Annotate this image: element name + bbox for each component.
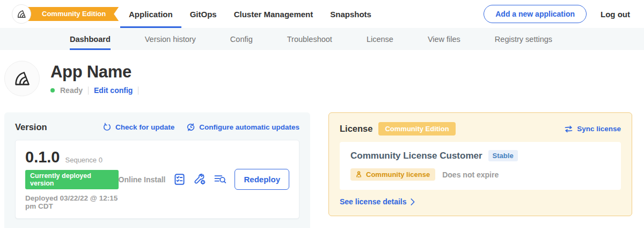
sync-arrows-icon [564, 125, 573, 133]
expiration-text: Does not expire [442, 170, 499, 179]
chevron-right-icon [411, 198, 415, 205]
community-edition-badge: Community Edition [378, 122, 455, 136]
app-header-text: App Name Ready Edit config [50, 62, 138, 95]
version-card-header: Version Check for update [15, 122, 299, 132]
tab-version-history[interactable]: Version history [145, 28, 196, 50]
status-label: Ready [60, 86, 83, 95]
app-header: App Name Ready Edit config [0, 50, 644, 96]
configure-automatic-updates-link[interactable]: Configure automatic updates [186, 123, 299, 132]
version-card: Version Check for update [4, 112, 310, 228]
logout-link[interactable]: Log out [601, 10, 630, 19]
license-card-title: License [340, 124, 372, 134]
schedule-update-icon [186, 123, 195, 132]
community-edition-ribbon: Community Edition [21, 7, 119, 21]
topnav-right-actions: Add a new application Log out [484, 5, 644, 23]
person-icon [356, 171, 363, 178]
replicated-logo [12, 4, 31, 24]
nav-item-cluster-management[interactable]: Cluster Management [225, 0, 322, 28]
status-dot [50, 88, 55, 92]
page-title: App Name [50, 62, 138, 82]
config-tools-icon[interactable] [194, 173, 206, 186]
check-for-update-link[interactable]: Check for update [103, 123, 174, 132]
license-card-header: License Community Edition Sync license [340, 122, 621, 136]
app-avatar [4, 61, 40, 96]
see-license-details-link[interactable]: See license details [340, 197, 621, 206]
redeploy-button[interactable]: Redeploy [235, 169, 289, 190]
version-number-row: 0.1.0 Sequence 0 [25, 148, 119, 166]
version-card-actions: Check for update Configure automatic upd… [103, 123, 299, 132]
license-details-panel: Community License Customer Stable Commun… [340, 142, 621, 190]
deploy-logs-icon[interactable] [214, 173, 226, 186]
refresh-icon [103, 123, 112, 132]
nav-item-application[interactable]: Application [120, 0, 181, 28]
primary-nav: Application GitOps Cluster Management Sn… [120, 0, 380, 28]
preflight-checks-icon[interactable] [173, 173, 186, 186]
divider [88, 87, 89, 95]
version-card-title: Version [15, 122, 47, 132]
version-action-buttons: Online Install [119, 169, 289, 190]
customer-row: Community License Customer Stable [350, 150, 610, 161]
customer-name: Community License Customer [350, 151, 482, 161]
app-subnav: Dashboard Version history Config Trouble… [0, 28, 644, 50]
app-status-row: Ready Edit config [50, 86, 138, 95]
currently-deployed-badge: Currently deployed version [25, 170, 119, 189]
channel-badge: Stable [488, 150, 518, 161]
tab-troubleshoot[interactable]: Troubleshoot [287, 28, 332, 50]
deployed-timestamp: Deployed 03/22/22 @ 12:15 pm CDT [25, 194, 119, 210]
nav-item-snapshots[interactable]: Snapshots [321, 0, 380, 28]
app-logo-icon [12, 69, 32, 88]
install-type-label: Online Install [119, 175, 166, 184]
brand-logo-group: Community Edition [12, 3, 97, 25]
license-card: License Community Edition Sync license C… [328, 112, 632, 216]
community-license-badge: Community license [350, 168, 435, 181]
current-version-panel: 0.1.0 Sequence 0 Currently deployed vers… [15, 140, 299, 219]
license-type-row: Community license Does not expire [350, 168, 610, 181]
divider [138, 87, 138, 95]
tab-registry-settings[interactable]: Registry settings [495, 28, 552, 50]
replicated-logo-icon [16, 9, 27, 19]
tab-license[interactable]: License [367, 28, 393, 50]
sync-license-link[interactable]: Sync license [564, 125, 621, 133]
add-new-application-button[interactable]: Add a new application [484, 5, 587, 23]
top-navbar: Community Edition Application GitOps Clu… [0, 0, 644, 28]
version-number: 0.1.0 [25, 148, 60, 166]
dashboard-cards: Version Check for update [0, 112, 644, 228]
tab-dashboard[interactable]: Dashboard [70, 28, 111, 50]
nav-item-gitops[interactable]: GitOps [181, 0, 225, 28]
tab-view-files[interactable]: View files [428, 28, 460, 50]
edit-config-link[interactable]: Edit config [94, 86, 133, 95]
tab-config[interactable]: Config [230, 28, 253, 50]
sequence-label: Sequence 0 [65, 156, 103, 164]
version-info: 0.1.0 Sequence 0 Currently deployed vers… [25, 148, 119, 210]
